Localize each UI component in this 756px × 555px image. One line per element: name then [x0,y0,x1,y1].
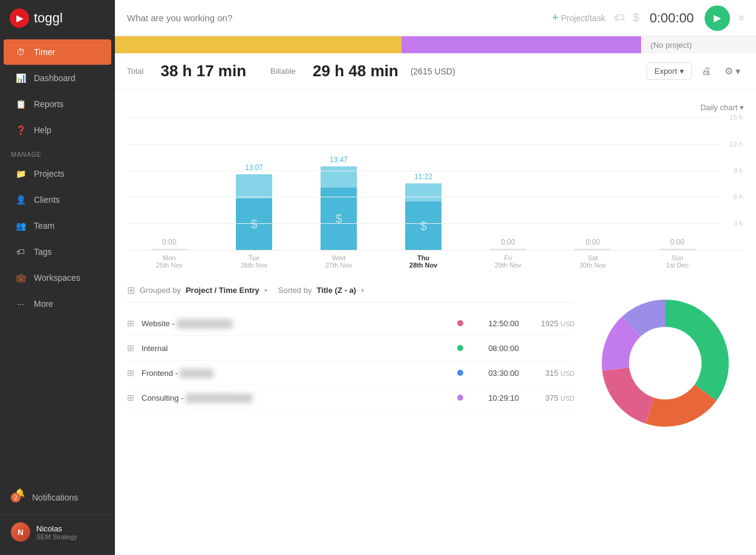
settings-icon[interactable]: ⚙ ▾ [721,62,744,80]
bar-col-thu: 11:22 $ [381,117,466,250]
dollar-icon[interactable]: $ [633,11,639,24]
bar-noproj: (No project) [641,36,756,53]
table-row: ⊞ Website - ██████████ 12:50:00 1925 USD [127,311,575,336]
sidebar-nav: ⏱ Timer 📊 Dashboard 📋 Reports ❓ Help Man… [0,36,115,475]
bar-col-tue: 13:07 $ [212,117,296,250]
day-sat: Sat 30th Nov [550,254,635,269]
sidebar-item-tags[interactable]: 🏷 Tags [4,239,111,264]
bar-sat [575,249,611,250]
timer-icon: ⏱ [15,46,27,58]
list-icon[interactable]: ≡ [738,13,744,24]
table-row: ⊞ Consulting - ████████████ 10:29:10 375… [127,386,575,410]
projects-icon: 📁 [15,168,27,180]
sidebar-item-more[interactable]: ··· More [4,291,111,317]
content-area: (No project) Total 38 h 17 min Billable … [115,36,756,555]
row-expand-icon[interactable]: ⊞ [127,318,134,328]
bar-fri [490,249,526,250]
team-icon: 👥 [15,220,27,232]
user-workspace: SEM Strategy [36,533,77,540]
bell-icon: 🔔 2 [15,488,25,507]
sidebar-item-clients[interactable]: 👤 Clients [4,187,111,212]
sort-by-dropdown[interactable]: Title (Z - a) [316,286,356,295]
sidebar-item-label: More [34,299,53,309]
sidebar-item-projects[interactable]: 📁 Projects [4,161,111,186]
day-tue: Tue 26th Nov [212,254,296,269]
row-amount-consulting: 375 USD [526,393,575,402]
bar-col-sat: 0:00 [550,117,635,250]
row-name-consulting: Consulting - ████████████ [142,393,450,402]
sidebar-item-notifications[interactable]: 🔔 2 Notifications [4,481,111,514]
bar-chart: 15 h 12 h 9 h 6 h 3 h 0:00 13:07 [127,117,744,251]
row-name-website: Website - ██████████ [142,319,450,328]
user-profile[interactable]: N Nicolas SEM Strategy [0,514,115,549]
sidebar-item-label: Dashboard [34,73,76,83]
tags-icon: 🏷 [15,246,27,258]
main-content: + Project/task 🏷 $ 0:00:00 ▶ ≡ (No proje… [115,0,756,555]
billable-usd: (2615 USD) [411,67,455,76]
user-info: Nicolas SEM Strategy [36,524,77,540]
logo-area[interactable]: ▶ toggl [0,0,115,36]
export-button[interactable]: Export ▾ [647,62,692,80]
logo-icon: ▶ [10,8,29,28]
sidebar-item-label: Timer [34,47,55,57]
group-by-label: Grouped by [140,286,181,295]
bar-col-fri: 0:00 [466,117,550,250]
row-time-website: 12:50:00 [471,319,519,328]
day-thu: Thu 28th Nov [381,254,466,269]
sort-by-label: Sorted by [278,286,312,295]
summary-row: Total 38 h 17 min Billable 29 h 48 min (… [115,53,756,90]
timer-input[interactable] [127,13,545,23]
sidebar-item-label: Team [34,221,54,231]
sort-chevron-icon: ▾ [361,287,364,294]
reports-icon: 📋 [15,98,27,110]
sidebar: ▶ toggl ⏱ Timer 📊 Dashboard 📋 Reports ❓ … [0,0,115,555]
row-dot-website [457,320,463,326]
billable-value: 29 h 48 min [313,62,399,80]
row-dot-internal [457,345,463,351]
sidebar-item-timer[interactable]: ⏱ Timer [4,39,111,65]
table-row: ⊞ Internal 08:00:00 [127,336,575,361]
table-row: ⊞ Frontend - ██████ 03:30:00 315 USD [127,361,575,386]
sidebar-item-label: Tags [34,247,52,257]
timer-actions: + Project/task 🏷 $ 0:00:00 ▶ ≡ [552,5,744,31]
avatar: N [11,522,30,542]
billable-label: Billable [270,67,296,76]
sidebar-item-workspaces[interactable]: 💼 Workspaces [4,265,111,291]
row-expand-icon[interactable]: ⊞ [127,393,134,402]
bar-sun [659,249,696,250]
notification-badge: 2 [11,493,21,502]
print-icon[interactable]: 🖨 [698,62,715,80]
bar-label-sun: 0:00 [670,238,684,246]
row-dot-frontend [457,370,463,376]
bar-label-sat: 0:00 [585,238,599,246]
daily-chart-link[interactable]: Daily chart ▾ [700,103,744,112]
row-amount-frontend: 315 USD [526,369,575,378]
bar-col-sun: 0:00 [635,117,744,250]
bar-wed: $ [321,166,357,250]
row-expand-icon[interactable]: ⊞ [127,343,134,353]
dashboard-icon: 📊 [15,72,27,84]
timer-bar: + Project/task 🏷 $ 0:00:00 ▶ ≡ [115,0,756,36]
sidebar-item-label: Projects [34,169,65,179]
bar-label-fri: 0:00 [501,238,515,246]
play-button[interactable]: ▶ [705,5,730,31]
sidebar-item-label: Reports [34,99,64,109]
sidebar-item-help[interactable]: ❓ Help [4,117,111,143]
notifications-label: Notifications [32,493,78,502]
row-dot-consulting [457,395,463,401]
total-label: Total [127,67,143,76]
expand-all-icon[interactable]: ⊞ [127,284,135,296]
donut-section [587,284,744,436]
tag-icon[interactable]: 🏷 [614,11,625,24]
sidebar-item-team[interactable]: 👥 Team [4,213,111,238]
group-by-dropdown[interactable]: Project / Time Entry [186,286,259,295]
sidebar-item-dashboard[interactable]: 📊 Dashboard [4,65,111,91]
sidebar-item-reports[interactable]: 📋 Reports [4,91,111,117]
row-name-frontend: Frontend - ██████ [142,369,450,378]
bottom-section: ⊞ Grouped by Project / Time Entry ▾ Sort… [115,275,756,445]
add-project-label: Project/task [561,13,605,23]
row-expand-icon[interactable]: ⊞ [127,368,134,378]
add-project-button[interactable]: + Project/task [552,11,605,24]
chevron-down-icon: ▾ [680,67,684,76]
chart-day-labels: Mon 25th Nov Tue 26th Nov Wed 27th Nov T… [127,251,744,275]
